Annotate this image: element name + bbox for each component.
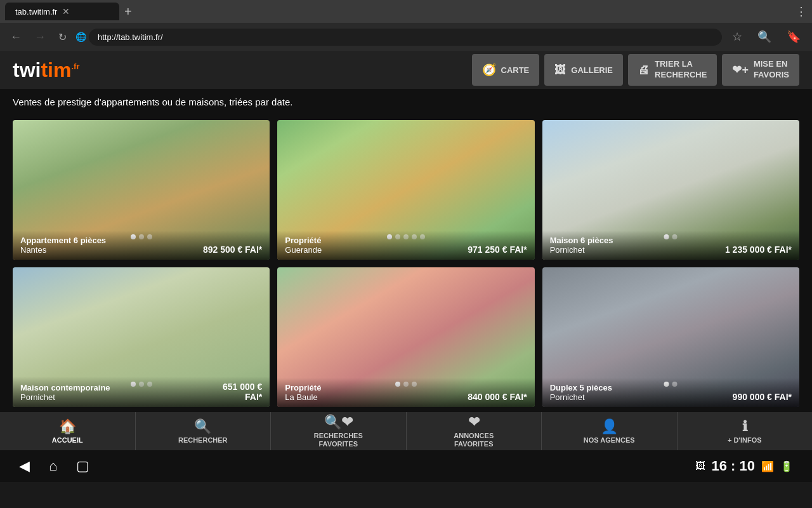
android-status-bar: 🖼 16 : 10 📶 🔋 [695,458,794,474]
card-4-type: Maison contemporaine [20,383,110,392]
property-card-3[interactable]: Maison 6 pièces Pornichet 1 235 000 € FA… [542,120,799,260]
app-logo: twitim.fr [13,58,79,82]
logo-fr: .fr [71,62,79,71]
browser-menu-button[interactable]: ⋮ [796,4,807,18]
card-5-overlay: Propriété La Baule 840 000 € FAI* [277,378,534,407]
card-6-type: Duplex 5 pièces [550,383,612,392]
card-3-info: Maison 6 pièces Pornichet [550,236,613,255]
card-1-overlay: Appartement 6 pièces Nantes 892 500 € FA… [13,231,270,260]
android-home-button[interactable]: ⌂ [49,458,57,474]
card-4-price: 651 000 €FAI* [223,382,262,402]
search-banner: Ventes de prestige d'appartements ou de … [0,89,812,115]
card-6-overlay: Duplex 5 pièces Pornichet 990 000 € FAI* [542,378,799,407]
bookmark-icon[interactable]: 🔖 [782,27,806,46]
trier-label: TRIER LARECHERCHE [655,59,707,81]
card-4-overlay: Maison contemporaine Pornichet 651 000 €… [13,377,270,407]
tab-close-button[interactable]: ✕ [62,6,70,17]
info-icon: ℹ [742,418,747,435]
tab-title: tab.twitim.fr [15,7,57,17]
screenshot-icon: 🖼 [695,460,705,472]
android-recents-button[interactable]: ▢ [76,458,89,474]
property-card-5[interactable]: Propriété La Baule 840 000 € FAI* [277,267,534,407]
card-2-overlay: Propriété Guerande 971 250 € FAI* [277,231,534,260]
card-1-location: Nantes [20,245,106,255]
url-bar[interactable] [89,29,722,46]
trier-button[interactable]: 🖨 TRIER LARECHERCHE [628,54,717,86]
star-icon[interactable]: ☆ [727,27,747,46]
browser-toolbar: ← → ↻ 🌐 ☆ 🔍 🔖 [0,23,812,51]
heart-plus-icon: ❤+ [732,63,749,77]
card-6-location: Pornichet [550,392,612,402]
nav-nos-agences-label: NOS AGENCES [584,436,635,444]
wifi-icon: 📶 [761,460,774,472]
card-3-price: 1 235 000 € FAI* [725,244,792,255]
search-heart-icon: 🔍❤ [324,414,353,431]
gallerie-button[interactable]: 🖼 GALLERIE [544,54,623,86]
card-3-overlay: Maison 6 pièces Pornichet 1 235 000 € FA… [542,231,799,260]
card-2-price: 971 250 € FAI* [468,244,527,255]
card-1-type: Appartement 6 pièces [20,236,106,245]
search-icon[interactable]: 🔍 [752,27,776,46]
card-5-info: Propriété La Baule [285,383,321,402]
nav-annonces-favorites-label: ANNONCESFAVORITES [454,432,494,448]
carte-button[interactable]: 🧭 CARTE [472,54,540,86]
logo-tim: tim [41,58,71,81]
nav-nos-agences[interactable]: 👤 NOS AGENCES [542,412,678,450]
card-2-info: Propriété Guerande [285,236,322,255]
nav-recherches-favorites[interactable]: 🔍❤ RECHERCHESFAVORITES [271,412,407,450]
app-header: twitim.fr 🧭 CARTE 🖼 GALLERIE 🖨 TRIER LAR… [0,51,812,89]
home-icon: 🏠 [59,418,76,435]
favoris-label: MISE ENFAVORIS [754,59,789,81]
forward-button[interactable]: → [30,28,49,46]
globe-icon: 🌐 [75,32,86,42]
android-nav-bar: ◀ ⌂ ▢ 🖼 16 : 10 📶 🔋 [0,450,812,482]
battery-icon: 🔋 [780,460,793,472]
card-3-location: Pornichet [550,245,613,255]
card-6-info: Duplex 5 pièces Pornichet [550,383,612,402]
active-tab[interactable]: tab.twitim.fr ✕ [5,3,119,20]
banner-text: Ventes de prestige d'appartements ou de … [13,97,292,107]
property-card-2[interactable]: Propriété Guerande 971 250 € FAI* [277,120,534,260]
browser-tab-bar: tab.twitim.fr ✕ + ⋮ [0,0,812,23]
nav-rechercher-label: RECHERCHER [178,436,228,444]
nav-annonces-favorites[interactable]: ❤ ANNONCESFAVORITES [407,412,542,450]
gallerie-label: GALLERIE [571,65,613,75]
logo-twi: twi [13,58,41,81]
refresh-button[interactable]: ↻ [55,29,70,46]
card-4-info: Maison contemporaine Pornichet [20,383,110,402]
card-2-type: Propriété [285,236,322,245]
card-1-info: Appartement 6 pièces Nantes [20,236,106,255]
new-tab-button[interactable]: + [124,4,132,19]
card-4-location: Pornichet [20,392,110,402]
favoris-button[interactable]: ❤+ MISE ENFAVORIS [722,54,799,86]
android-back-button[interactable]: ◀ [19,458,30,474]
property-card-1[interactable]: Appartement 6 pièces Nantes 892 500 € FA… [13,120,270,260]
card-6-price: 990 000 € FAI* [733,392,792,402]
card-1-price: 892 500 € FAI* [203,244,262,255]
android-time: 16 : 10 [712,458,756,474]
nav-plus-dinfos[interactable]: ℹ + D'INFOS [678,412,813,450]
header-buttons: 🧭 CARTE 🖼 GALLERIE 🖨 TRIER LARECHERCHE ❤… [472,54,799,86]
property-card-4[interactable]: Maison contemporaine Pornichet 651 000 €… [13,267,270,407]
bottom-nav: 🏠 ACCUEIL 🔍 RECHERCHER 🔍❤ RECHERCHESFAVO… [0,412,812,450]
carte-label: CARTE [501,65,530,75]
nav-accueil-label: ACCUEIL [52,436,83,444]
card-5-location: La Baule [285,392,321,402]
property-card-6[interactable]: Duplex 5 pièces Pornichet 990 000 € FAI* [542,267,799,407]
heart-icon: ❤ [468,414,480,431]
nav-rechercher[interactable]: 🔍 RECHERCHER [136,412,272,450]
card-5-type: Propriété [285,383,321,392]
carte-icon: 🧭 [482,63,496,77]
card-3-type: Maison 6 pièces [550,236,613,245]
nav-recherches-favorites-label: RECHERCHESFAVORITES [314,432,363,448]
gallerie-icon: 🖼 [554,64,566,77]
property-grid: Appartement 6 pièces Nantes 892 500 € FA… [0,115,812,412]
nav-accueil[interactable]: 🏠 ACCUEIL [0,412,136,450]
back-button[interactable]: ← [6,28,25,46]
logo-text: twitim.fr [13,58,79,82]
agency-icon: 👤 [601,418,618,435]
nav-plus-dinfos-label: + D'INFOS [728,436,762,444]
printer-icon: 🖨 [638,64,650,77]
search-nav-icon: 🔍 [194,418,211,435]
card-2-location: Guerande [285,245,322,255]
